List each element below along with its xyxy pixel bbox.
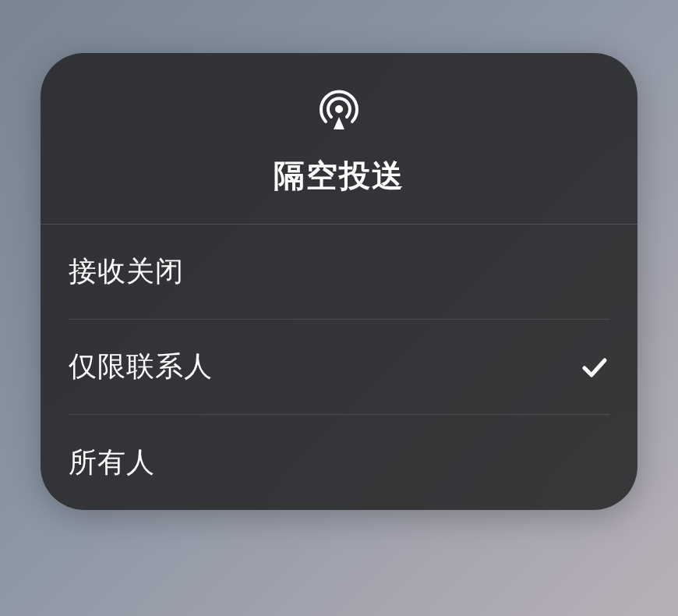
svg-point-0 bbox=[335, 105, 343, 113]
option-list: 接收关闭 仅限联系人 所有人 bbox=[41, 225, 637, 510]
option-label: 接收关闭 bbox=[69, 253, 184, 291]
airdrop-icon bbox=[316, 86, 362, 133]
option-contacts-only[interactable]: 仅限联系人 bbox=[69, 320, 609, 415]
panel-header: 隔空投送 bbox=[41, 53, 637, 225]
airdrop-panel: 隔空投送 接收关闭 仅限联系人 所有人 bbox=[41, 53, 637, 510]
checkmark-icon bbox=[580, 352, 609, 382]
option-label: 所有人 bbox=[69, 444, 155, 482]
panel-title: 隔空投送 bbox=[274, 154, 404, 197]
option-receiving-off[interactable]: 接收关闭 bbox=[69, 225, 609, 320]
option-label: 仅限联系人 bbox=[69, 348, 213, 386]
option-everyone[interactable]: 所有人 bbox=[69, 415, 609, 510]
